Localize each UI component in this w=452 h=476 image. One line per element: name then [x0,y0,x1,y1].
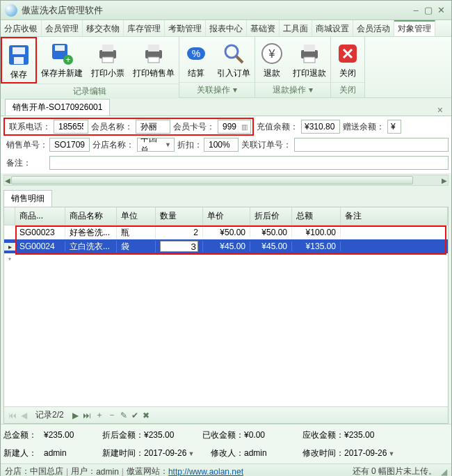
close-doc-button[interactable]: 关闭 [331,37,364,82]
nav-add[interactable]: ＋ [95,409,104,421]
document-tab-close[interactable]: × [433,104,447,116]
col-note[interactable]: 备注 [341,207,448,225]
branch-select[interactable]: 中国总 [140,138,165,152]
sale-no-input[interactable] [53,139,86,150]
phone-input[interactable] [57,121,85,132]
record-navigator: ⏮ ◀ 记录2/2 ▶ ⏭ ＋ － ✎ ✔ ✖ [4,406,448,423]
phone-label: 联系电话： [6,121,54,133]
new-row-placeholder[interactable]: * [4,253,448,267]
col-price[interactable]: 单价 [203,207,250,225]
recharge-label: 充值余额： [254,121,301,133]
menu-reports[interactable]: 报表中心 [206,20,247,36]
chevron-down-icon[interactable]: ▼ [188,450,194,457]
print-sale-button[interactable]: 打印销售单 [129,37,179,84]
menu-activity[interactable]: 会员活动 [353,20,394,36]
refund-button[interactable]: ¥ 退款 [255,37,289,82]
horizontal-scrollbar[interactable]: ◀ ▶ [3,175,449,186]
status-site-link[interactable]: http://www.aolan.net [168,467,243,477]
ctime-label: 新建时间： [98,447,144,459]
status-branch-prefix: 分店： [5,466,30,476]
menubar: 分店收银 会员管理 移交衣物 库存管理 考勤管理 报表中心 基础资 工具面 商城… [1,20,451,37]
svg-rect-20 [304,45,315,51]
note-input[interactable] [53,157,445,168]
col-total[interactable]: 总额 [292,207,341,225]
col-disc[interactable]: 折后价 [250,207,292,225]
form-area: 联系电话： 会员名称： 会员卡号： ▥ 充值余额： ¥310.80 赠送余额： … [1,116,451,173]
svg-text:%: % [192,48,200,59]
print-refund-button[interactable]: 打印退款 [289,37,330,82]
statusbar: 分店： 中国总店 | 用户： admin | 傲蓝网站： http://www.… [1,463,451,476]
scroll-right-icon[interactable]: ▶ [439,175,449,185]
printer-icon [95,41,120,66]
detail-tab[interactable]: 销售明细 [3,190,52,207]
minimize-button[interactable]: – [410,5,422,15]
recharge-value: ¥310.80 [305,122,334,132]
print-receipt-button[interactable]: 打印小票 [87,37,129,84]
document-tab[interactable]: 销售开单-SO170926001 [5,99,110,116]
menu-basic[interactable]: 基础资 [247,20,280,36]
nav-edit[interactable]: ✎ [120,411,127,420]
svg-line-16 [236,56,243,63]
save-and-new-button[interactable]: + 保存并新建 [37,37,87,84]
chevron-down-icon[interactable]: ▼ [388,450,394,457]
settle-button[interactable]: % 结算 [179,37,213,82]
link-order-input[interactable] [298,139,445,150]
after-label: 折后金额： [98,429,144,441]
card-input[interactable] [221,121,241,132]
col-qty[interactable]: 数量 [156,207,203,225]
nav-delete[interactable]: － [108,409,116,421]
menu-attendance[interactable]: 考勤管理 [165,20,206,36]
table-row[interactable]: SG00023 好爸爸洗... 瓶 2 ¥50.00 ¥50.00 ¥100.0… [4,225,448,239]
discount-input[interactable] [207,139,235,150]
gift-value: ¥ [391,122,396,132]
row-marker-current: ▸ [4,243,15,251]
status-site-prefix: 傲蓝网站： [127,466,168,476]
settle-icon: % [184,41,209,66]
received-label: 已收金额： [198,429,244,441]
menu-member[interactable]: 会员管理 [42,20,83,36]
menu-cashier[interactable]: 分店收银 [1,20,42,36]
svg-rect-4 [55,45,65,51]
svg-rect-8 [102,45,113,51]
after-value: ¥235.00 [144,430,174,440]
col-name[interactable]: 商品名称 [65,207,117,225]
svg-rect-2 [14,57,24,64]
nav-prev[interactable]: ◀ [21,411,27,420]
menu-tools[interactable]: 工具面 [280,20,312,36]
scroll-thumb[interactable] [11,176,413,184]
member-name-input[interactable] [139,121,167,132]
nav-cancel[interactable]: ✖ [143,411,150,420]
printer-sale-icon [141,41,166,66]
nav-first[interactable]: ⏮ [8,411,17,420]
resize-grip-icon[interactable]: ◢ [441,467,447,477]
titlebar: 傲蓝洗衣店管理软件 – ▢ ✕ [1,1,451,20]
close-window-button[interactable]: ✕ [435,5,447,15]
menu-mall[interactable]: 商城设置 [312,20,353,36]
menu-handover[interactable]: 移交衣物 [83,20,124,36]
gift-label: 赠送余额： [340,121,387,133]
footer-summary: 总金额： ¥235.00 折后金额： ¥235.00 已收金额： ¥0.00 应… [1,424,451,463]
qty-editor[interactable] [160,241,198,252]
branch-label: 分店名称： [90,139,137,151]
save-button[interactable]: 保存 [1,37,37,84]
import-order-button[interactable]: 引入订单 [213,37,255,82]
col-code[interactable]: 商品... [15,207,65,225]
maximize-button[interactable]: ▢ [422,5,435,15]
svg-rect-21 [304,57,315,63]
table-row[interactable]: ▸ SG00024 立白洗衣... 袋 ¥45.00 ¥45.00 ¥135.0… [4,239,448,253]
col-unit[interactable]: 单位 [117,207,156,225]
menu-inventory[interactable]: 库存管理 [124,20,165,36]
card-lookup-icon[interactable]: ▥ [241,123,248,131]
discount-label: 折扣： [175,139,204,151]
due-value: ¥235.00 [344,430,374,440]
nav-next[interactable]: ▶ [72,411,79,420]
chevron-down-icon[interactable]: ▼ [165,141,171,148]
refund-icon: ¥ [259,41,284,66]
grid-header: 商品... 商品名称 单位 数量 单价 折后价 总额 备注 [4,207,448,225]
nav-commit[interactable]: ✔ [131,411,138,420]
nav-last[interactable]: ⏭ [83,411,91,420]
total-value: ¥235.00 [44,430,74,440]
document-tab-row: 销售开单-SO170926001 × [1,98,451,116]
menu-object[interactable]: 对象管理 [394,20,435,36]
svg-point-15 [225,45,238,58]
